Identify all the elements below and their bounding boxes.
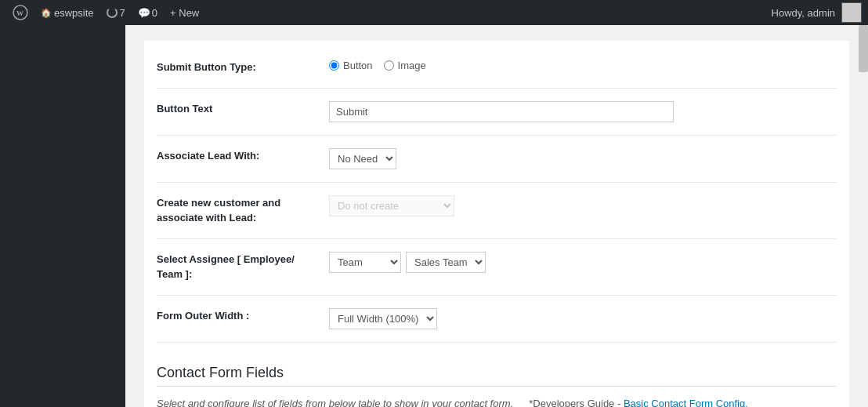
howdy-text: Howdy, admin [765, 7, 841, 19]
control-create-customer: Do not create [329, 195, 837, 216]
control-assignee: Team Employee Sales Team [329, 252, 837, 273]
site-name: eswpsite [54, 7, 94, 19]
label-associate-lead: Associate Lead With: [157, 148, 329, 164]
comment-icon: 💬 [138, 7, 150, 19]
wp-logo-item[interactable]: W [6, 0, 34, 25]
outer-width-select[interactable]: Full Width (100%) Half Width (50%) [329, 308, 437, 329]
main-content: Submit Button Type: Button Image Button … [125, 25, 868, 407]
assignee-type-select[interactable]: Team Employee [329, 252, 401, 273]
form-row-create-customer: Create new customer and associate with L… [157, 183, 837, 239]
admin-bar-right: Howdy, admin [765, 2, 862, 23]
form-row-outer-width: Form Outer Width : Full Width (100%) Hal… [157, 296, 837, 343]
dev-guide-link[interactable]: Basic Contact Form Config. [624, 398, 748, 408]
avatar[interactable] [841, 2, 862, 23]
form-row-submit-type: Submit Button Type: Button Image [157, 47, 837, 89]
radio-button-input[interactable] [329, 60, 339, 71]
comments-count: 0 [152, 7, 157, 19]
new-label: + New [170, 7, 199, 19]
scrollbar-track[interactable] [859, 25, 868, 407]
label-outer-width: Form Outer Width : [157, 308, 329, 324]
footer-row: Select and configure list of fields from… [157, 393, 837, 408]
assignee-team-select[interactable]: Sales Team [406, 252, 486, 273]
control-submit-type: Button Image [329, 60, 837, 71]
radio-image-label: Image [398, 60, 426, 71]
radio-group-type: Button Image [329, 60, 426, 71]
radio-button-label: Button [343, 60, 373, 71]
control-outer-width: Full Width (100%) Half Width (50%) [329, 308, 837, 329]
contact-form-heading: Contact Form Fields [157, 365, 837, 387]
radio-button-option[interactable]: Button [329, 60, 373, 71]
content-panel: Submit Button Type: Button Image Button … [144, 41, 849, 407]
label-assignee: Select Assignee [ Employee/ Team ]: [157, 252, 329, 282]
updates-item[interactable]: 7 [100, 0, 132, 25]
control-button-text [329, 101, 837, 122]
button-text-input[interactable] [329, 101, 674, 122]
contact-form-description: Select and configure list of fields from… [157, 398, 513, 408]
form-row-associate-lead: Associate Lead With: No Need [157, 136, 837, 183]
comments-item[interactable]: 💬 0 [132, 0, 164, 25]
contact-form-section: Contact Form Fields Select and configure… [157, 365, 837, 408]
site-name-item[interactable]: 🏠 eswpsite [34, 0, 100, 25]
control-associate-lead: No Need [329, 148, 837, 169]
dev-guide-prefix: *Developers Guide - [529, 398, 624, 408]
updates-count: 7 [120, 7, 125, 19]
updates-icon [107, 7, 118, 18]
label-submit-type: Submit Button Type: [157, 60, 329, 75]
form-row-button-text: Button Text [157, 89, 837, 136]
scrollbar-thumb[interactable] [859, 25, 868, 72]
create-customer-select[interactable]: Do not create [329, 195, 454, 216]
wp-logo-icon: W [13, 5, 28, 20]
label-create-customer: Create new customer and associate with L… [157, 195, 329, 226]
radio-image-input[interactable] [384, 60, 394, 71]
svg-text:W: W [16, 9, 24, 17]
label-button-text: Button Text [157, 101, 329, 117]
dev-guide-text: *Developers Guide - Basic Contact Form C… [529, 398, 748, 408]
new-item[interactable]: + New [164, 0, 205, 25]
form-row-assignee: Select Assignee [ Employee/ Team ]: Team… [157, 239, 837, 296]
radio-image-option[interactable]: Image [384, 60, 426, 71]
associate-lead-select[interactable]: No Need [329, 148, 396, 169]
sidebar [0, 25, 125, 407]
admin-bar: W 🏠 eswpsite 7 💬 0 + New Howdy, admin [0, 0, 868, 25]
